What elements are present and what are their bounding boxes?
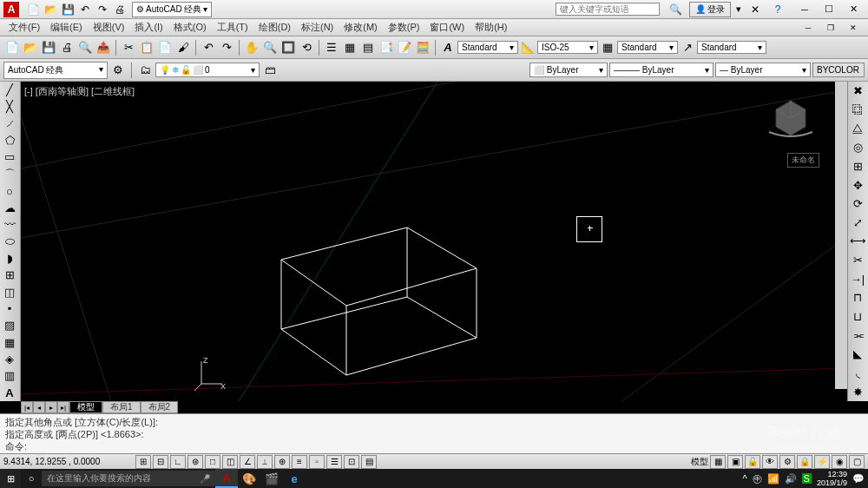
offset-icon[interactable]: ◎ [848,138,867,157]
menu-modify[interactable]: 修改(M) [339,19,383,36]
help-search-input[interactable] [556,3,660,16]
text-style-icon[interactable]: A [439,39,457,56]
open-file-icon[interactable]: 📂 [22,39,39,56]
new-file-icon[interactable]: 📄 [3,39,21,56]
plot-preview-icon[interactable]: 🔍 [76,39,94,56]
polyline-icon[interactable]: ⟋ [0,115,19,132]
save-file-icon[interactable]: 💾 [40,39,57,56]
grid-toggle[interactable]: ⊟ [153,455,168,469]
system-clock[interactable]: 12:39 2019/1/9 [817,470,847,487]
fillet-icon[interactable]: ◟ [848,364,867,383]
lwt-toggle[interactable]: ≡ [292,455,307,469]
sc-toggle[interactable]: ⊡ [344,455,359,469]
stretch-icon[interactable]: ⟷ [848,232,867,251]
infocenter-icon[interactable]: 🔍 [667,2,683,17]
annotation-visibility-icon[interactable]: 👁 [762,455,778,469]
ellipse-icon[interactable]: ⬭ [0,234,19,250]
text-style-dropdown[interactable]: Standard▾ [457,41,518,54]
circle-icon[interactable]: ○ [0,183,19,200]
properties-icon[interactable]: ☰ [323,39,340,56]
cut-icon[interactable]: ✂ [120,39,137,56]
menu-format[interactable]: 格式(O) [168,19,212,36]
qp-toggle[interactable]: ☰ [326,455,342,469]
revcloud-icon[interactable]: ☁ [0,200,19,216]
help-icon[interactable]: ? [770,2,786,17]
arc-icon[interactable]: ⌒ [0,166,19,183]
markup-icon[interactable]: 📝 [396,39,413,56]
open-icon[interactable]: 📂 [43,2,58,17]
menu-tools[interactable]: 工具(T) [212,19,253,36]
quickview-drawings-icon[interactable]: ▣ [727,455,743,469]
match-prop-icon[interactable]: 🖌 [174,39,192,56]
workspace-settings-icon[interactable]: ⚙ [109,62,127,79]
redo-icon[interactable]: ↷ [95,2,110,17]
menu-edit[interactable]: 编辑(E) [45,19,88,36]
model-space-label[interactable]: 模型 [691,456,708,468]
publish-icon[interactable]: 📤 [95,39,112,56]
menu-view[interactable]: 视图(V) [88,19,130,36]
tray-ime-icon[interactable]: ㊥ [753,472,762,485]
quickcalc-icon[interactable]: 🧮 [414,39,431,56]
design-center-icon[interactable]: ▦ [341,39,358,56]
menu-help[interactable]: 帮助(H) [470,19,512,36]
zoom-window-icon[interactable]: 🔲 [279,39,297,56]
maximize-button[interactable]: ☐ [818,3,840,16]
hardware-accel-icon[interactable]: ⚡ [814,455,830,469]
tab-nav-first[interactable]: |◂ [21,401,33,413]
windows-search-input[interactable]: 在这里输入你要搜索的内容 🎤 [42,471,215,486]
login-button[interactable]: 👤登录 [689,2,731,17]
copy-icon[interactable]: 📋 [138,39,155,56]
menu-insert[interactable]: 插入(I) [129,19,168,36]
taskbar-autocad-icon[interactable]: A [215,469,238,488]
copy-obj-icon[interactable]: ⿻ [848,101,867,120]
color-dropdown[interactable]: ⬜ ByLayer▾ [529,63,608,77]
dyn-toggle[interactable]: ⊕ [274,455,290,469]
layer-dropdown[interactable]: 💡❄🔓⬜0▾ [155,63,260,77]
chamfer-icon[interactable]: ◣ [848,345,867,364]
mtext-icon[interactable]: A [0,385,19,401]
break-icon[interactable]: ⊔ [848,307,867,326]
tray-notifications-icon[interactable]: 💬 [852,473,865,485]
tray-input-icon[interactable]: S [802,473,812,484]
point-icon[interactable]: • [0,300,19,317]
join-icon[interactable]: ⫘ [848,326,867,345]
save-icon[interactable]: 💾 [60,2,76,17]
table-style-dropdown[interactable]: Standard▾ [617,41,678,54]
lineweight-dropdown[interactable]: — ByLayer▾ [715,63,811,77]
coordinate-display[interactable]: 9.4314, 12.9255 , 0.0000 [3,457,134,466]
table-style-icon[interactable]: ▦ [599,39,616,56]
make-block-icon[interactable]: ◫ [0,284,19,300]
otrack-toggle[interactable]: ∠ [240,455,255,469]
ortho-toggle[interactable]: ∟ [170,455,186,469]
close-button[interactable]: ✕ [842,3,865,16]
tab-layout2[interactable]: 布局2 [141,401,179,413]
mleader-style-icon[interactable]: ↗ [679,39,696,56]
quickview-layouts-icon[interactable]: ▦ [710,455,726,469]
extend-icon[interactable]: →| [848,269,867,288]
menu-parametric[interactable]: 参数(P) [383,19,425,36]
dim-style-icon[interactable]: 📐 [519,39,536,56]
redo-tb-icon[interactable]: ↷ [218,39,235,56]
explode-icon[interactable]: ✸ [848,382,867,401]
tab-nav-prev[interactable]: ◂ [33,401,45,413]
erase-icon[interactable]: ✖ [848,82,867,101]
clean-screen-icon[interactable]: ▢ [849,455,865,469]
undo-tb-icon[interactable]: ↶ [200,39,217,56]
tab-nav-next[interactable]: ▸ [45,401,57,413]
table-icon[interactable]: ▥ [0,367,19,384]
command-window[interactable]: 指定其他角点或 [立方体(C)/长度(L)]: 指定高度或 [两点(2P)] <… [0,413,868,453]
tray-volume-icon[interactable]: 🔊 [785,473,797,485]
minimize-button[interactable]: ─ [793,3,816,16]
3dosnap-toggle[interactable]: ◫ [222,455,238,469]
hatch-icon[interactable]: ▨ [0,317,19,333]
break-at-point-icon[interactable]: ⊓ [848,288,867,307]
doc-restore-button[interactable]: ❐ [819,21,842,35]
viewcube[interactable] [760,90,821,151]
toolbar-lock-icon[interactable]: 🔒 [797,455,812,469]
zoom-realtime-icon[interactable]: 🔍 [261,39,279,56]
menu-window[interactable]: 窗口(W) [424,19,470,36]
scrollbar-vertical[interactable] [835,82,847,389]
gradient-icon[interactable]: ▦ [0,334,19,351]
workspace-select[interactable]: AutoCAD 经典▾ [3,62,108,79]
construction-line-icon[interactable]: ╳ [0,98,19,115]
